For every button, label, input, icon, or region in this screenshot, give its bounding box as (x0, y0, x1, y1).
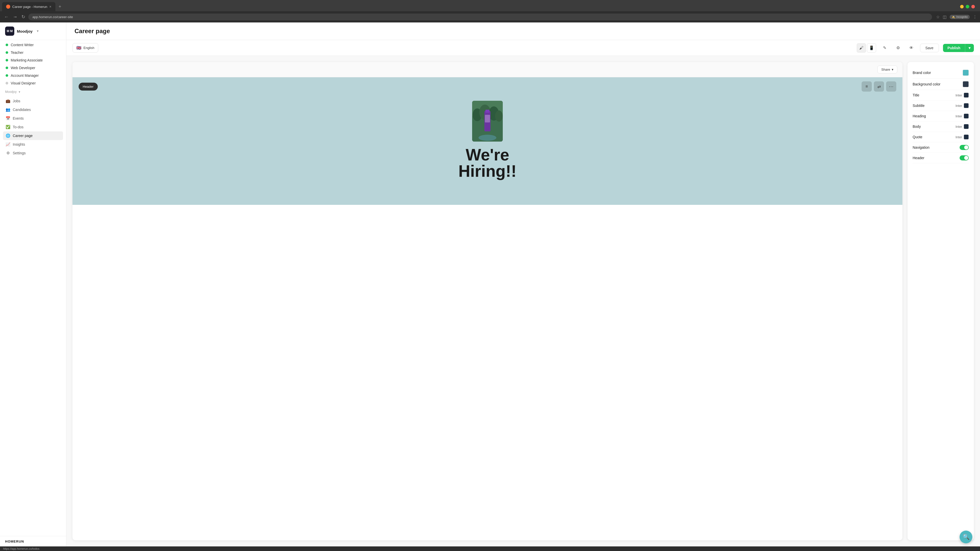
briefcase-icon: 💼 (6, 99, 10, 103)
chat-icon: 🔍 (963, 534, 969, 540)
save-button[interactable]: Save (920, 44, 939, 52)
job-status-dot (6, 59, 8, 62)
brand-color-row: Brand color (913, 67, 969, 79)
desktop-view-button[interactable]: 🖌 (857, 43, 866, 52)
background-color-swatch[interactable] (963, 81, 969, 87)
sidebar-nav-label: To-dos (13, 125, 24, 129)
brand-color-label: Brand color (913, 71, 931, 75)
edit-icon-button[interactable]: ✎ (880, 43, 889, 52)
sidebar-nav-label: Candidates (13, 108, 31, 112)
sidebar-icon[interactable]: ◫ (943, 14, 947, 19)
language-label: English (83, 46, 94, 50)
main-header: Career page (66, 22, 980, 40)
refresh-button[interactable]: ↻ (21, 13, 26, 21)
heading-label: Heading (913, 114, 926, 118)
tab-title: Career page - Homerun (12, 5, 47, 9)
chat-bubble-button[interactable]: 🔍 (959, 530, 972, 543)
back-button[interactable]: ← (3, 13, 10, 21)
sidebar-item-jobs[interactable]: 💼 Jobs (3, 97, 63, 105)
job-item[interactable]: Marketing Associate (3, 56, 63, 64)
heading-font-swatch[interactable] (964, 114, 969, 119)
navigation-toggle[interactable] (959, 145, 969, 150)
subtitle-font-value: Inter (956, 103, 969, 108)
quote-label: Quote (913, 135, 922, 139)
sidebar-item-settings[interactable]: ⚙ Settings (3, 149, 63, 157)
menu-icon[interactable]: ⋮ (973, 14, 977, 19)
heading-font-value: Inter (956, 114, 969, 119)
bar-chart-icon: 📈 (6, 142, 10, 147)
mobile-view-button[interactable]: 📱 (867, 43, 876, 52)
toggle-knob (964, 145, 968, 149)
header-toggle[interactable] (959, 156, 969, 160)
job-item[interactable]: Visual Designer (3, 79, 63, 87)
incognito-label: Incognito (956, 15, 968, 18)
job-name: Content Writer (11, 43, 34, 47)
sidebar-item-insights[interactable]: 📈 Insights (3, 140, 63, 149)
tab-close-button[interactable]: × (49, 5, 51, 9)
job-status-dot (6, 67, 8, 69)
sidebar-nav-label: Settings (13, 151, 26, 155)
sidebar-scroll: Content Writer Teacher Marketing Associa… (0, 40, 66, 536)
sidebar-nav-label: Career page (13, 134, 33, 138)
quote-font-value: Inter (956, 135, 969, 140)
grid-view-button[interactable]: ⇄ (874, 81, 884, 92)
sidebar-header: M M Moodjoy ▼ (0, 22, 66, 40)
sidebar-item-todos[interactable]: ✅ To-dos (3, 123, 63, 131)
star-icon[interactable]: ☆ (936, 14, 940, 19)
browser-actions: ☆ ◫ 🕵 Incognito ⋮ (936, 14, 977, 19)
url-text: app.homerun.co/career-site (32, 15, 73, 19)
maximize-button[interactable] (966, 5, 969, 8)
job-name: Account Manager (11, 73, 39, 78)
brand-color-swatch[interactable] (963, 70, 969, 76)
minimize-button[interactable] (960, 5, 964, 8)
job-item[interactable]: Teacher (3, 49, 63, 56)
publish-main-button[interactable]: Publish (943, 44, 965, 52)
view-toggle: 🖌 📱 (857, 43, 876, 52)
career-hero-image (472, 101, 503, 141)
job-item[interactable]: Account Manager (3, 72, 63, 79)
list-view-button[interactable]: ≡ (862, 81, 872, 92)
header-actions: ≡ ⇄ ⋯ (862, 81, 896, 92)
tab-favicon (6, 5, 10, 9)
sidebar-nav-label: Events (13, 116, 24, 121)
quote-font-row: Quote Inter (913, 132, 969, 142)
incognito-badge: 🕵 Incognito (950, 15, 970, 19)
background-color-row: Background color (913, 79, 969, 90)
background-color-label: Background color (913, 82, 940, 86)
sidebar-item-candidates[interactable]: 👥 Candidates (3, 105, 63, 114)
close-button[interactable] (971, 5, 975, 8)
new-tab-button[interactable]: + (56, 3, 63, 11)
subtitle-font-swatch[interactable] (964, 103, 969, 108)
quote-font-swatch[interactable] (964, 135, 969, 140)
body-font-name: Inter (956, 125, 962, 129)
title-label: Title (913, 93, 919, 97)
sidebar-item-events[interactable]: 📅 Events (3, 114, 63, 123)
header-label: Header (913, 156, 924, 160)
forward-button[interactable]: → (12, 13, 18, 21)
publish-dropdown-button[interactable]: ▼ (965, 44, 974, 52)
incognito-icon: 🕵 (952, 15, 955, 19)
language-button[interactable]: 🇬🇧 English (73, 43, 98, 52)
job-item[interactable]: Web Developer (3, 64, 63, 72)
svg-rect-7 (485, 110, 490, 113)
title-font-swatch[interactable] (964, 93, 969, 98)
address-bar[interactable]: app.homerun.co/career-site (28, 14, 932, 21)
active-tab[interactable]: Career page - Homerun × (2, 2, 56, 11)
share-button[interactable]: Share ▾ (877, 65, 897, 73)
navigation-toggle-row: Navigation (913, 142, 969, 153)
more-options-button[interactable]: ⋯ (886, 81, 896, 92)
job-item[interactable]: Content Writer (3, 41, 63, 49)
canvas-wrapper: Share ▾ Header ≡ ⇄ ⋯ (73, 62, 902, 540)
settings-icon: ⚙ (6, 151, 10, 156)
company-chevron-icon[interactable]: ▼ (36, 29, 39, 33)
share-label: Share (881, 68, 890, 71)
tab-bar: Career page - Homerun × + (0, 0, 980, 11)
settings-icon-button[interactable]: ⚙ (894, 43, 903, 52)
body-font-swatch[interactable] (964, 124, 969, 129)
sidebar-item-career-page[interactable]: 🌐 Career page (3, 131, 63, 140)
preview-icon-button[interactable]: 👁 (907, 43, 916, 52)
career-header-bar: Header ≡ ⇄ ⋯ (73, 77, 902, 96)
navigation-label: Navigation (913, 145, 929, 149)
header-badge[interactable]: Header (79, 83, 98, 91)
sidebar: M M Moodjoy ▼ Content Writer Teacher Mar… (0, 22, 66, 546)
